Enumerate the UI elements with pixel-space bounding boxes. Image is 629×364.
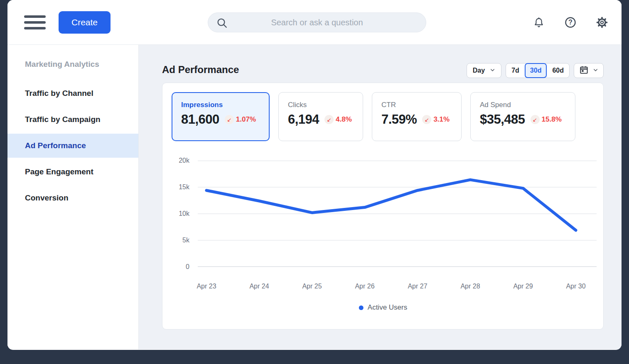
help-icon[interactable]: ? xyxy=(564,16,577,29)
search-input[interactable] xyxy=(208,13,426,32)
metric-card-ad-spend[interactable]: Ad Spend $35,485 ↙ 15.8% xyxy=(470,92,575,141)
metric-change: 3.1% xyxy=(433,115,450,124)
x-axis-tick: Apr 26 xyxy=(355,283,374,290)
trend-down-icon: ↙ xyxy=(422,115,431,124)
y-axis-tick: 0 xyxy=(164,263,189,271)
app-window: Create ? xyxy=(7,0,622,350)
metric-value: 6,194 xyxy=(288,112,319,127)
menu-icon[interactable] xyxy=(24,15,46,29)
metric-value: 81,600 xyxy=(181,112,219,127)
metric-label: Clicks xyxy=(288,101,354,109)
legend-dot-icon xyxy=(359,305,364,310)
metric-value: 7.59% xyxy=(381,112,417,127)
granularity-dropdown[interactable]: Day xyxy=(467,63,501,78)
range-7d-button[interactable]: 7d xyxy=(506,63,525,78)
y-axis-tick: 10k xyxy=(164,210,189,217)
metric-card-ctr[interactable]: CTR 7.59% ↙ 3.1% xyxy=(372,92,462,141)
search-bar[interactable] xyxy=(208,12,426,32)
x-axis-tick: Apr 27 xyxy=(408,283,427,290)
trend-down-icon: ↙ xyxy=(324,115,334,124)
topbar-icon-group: ? xyxy=(533,0,608,44)
sidebar-section-title: Marketing Analytics xyxy=(7,60,138,69)
chart-legend: Active Users xyxy=(359,303,407,312)
gear-icon[interactable] xyxy=(596,16,608,29)
ad-performance-panel: Impressions 81,600 ↙ 1.07% Clicks 6,1 xyxy=(162,83,604,330)
metric-label: CTR xyxy=(381,101,452,109)
legend-label: Active Users xyxy=(368,303,407,312)
metric-value: $35,485 xyxy=(480,112,525,127)
chevron-down-icon xyxy=(490,67,495,74)
metric-label: Ad Spend xyxy=(480,101,566,109)
sidebar: Marketing Analytics Traffic by Channel T… xyxy=(7,45,139,349)
metric-change: 1.07% xyxy=(236,115,256,124)
x-axis-tick: Apr 23 xyxy=(197,283,216,290)
search-icon xyxy=(216,17,228,31)
metric-change-badge: ↙ 3.1% xyxy=(422,115,450,124)
sidebar-item-traffic-by-campaign[interactable]: Traffic by Campaign xyxy=(7,107,138,132)
y-axis-tick: 5k xyxy=(164,237,189,244)
sidebar-item-page-engagement[interactable]: Page Engagement xyxy=(7,160,138,184)
granularity-label: Day xyxy=(473,67,485,74)
y-axis-tick: 15k xyxy=(164,183,189,191)
range-60d-button[interactable]: 60d xyxy=(547,63,569,78)
time-controls: Day 7d 30d 60d xyxy=(467,63,604,78)
sidebar-item-conversion[interactable]: Conversion xyxy=(7,186,138,210)
x-axis-tick: Apr 24 xyxy=(249,283,269,290)
trend-down-icon: ↙ xyxy=(531,115,540,124)
range-segmented-control: 7d 30d 60d xyxy=(506,63,570,78)
sidebar-item-traffic-by-channel[interactable]: Traffic by Channel xyxy=(7,81,138,105)
y-axis-tick: 20k xyxy=(164,157,189,164)
x-axis-tick: Apr 29 xyxy=(513,283,533,290)
svg-text:?: ? xyxy=(568,19,572,26)
top-bar: Create ? xyxy=(7,0,622,45)
metric-label: Impressions xyxy=(181,101,260,109)
metric-change-badge: ↙ 4.8% xyxy=(324,115,352,124)
chevron-down-icon xyxy=(593,67,598,74)
x-axis-tick: Apr 25 xyxy=(302,283,322,290)
x-axis-tick: Apr 30 xyxy=(566,283,585,290)
metric-change-badge: ↙ 15.8% xyxy=(531,115,562,124)
metric-card-impressions[interactable]: Impressions 81,600 ↙ 1.07% xyxy=(172,92,270,141)
metric-change: 4.8% xyxy=(336,115,352,124)
trend-down-icon: ↙ xyxy=(225,115,234,124)
bell-icon[interactable] xyxy=(533,16,545,29)
page-title: Ad Performance xyxy=(162,64,239,76)
line-chart: 20k 15k 10k 5k 0 Apr 23 Apr 24 Apr 25 Ap… xyxy=(198,161,597,267)
metric-cards: Impressions 81,600 ↙ 1.07% Clicks 6,1 xyxy=(172,92,575,141)
calendar-picker-button[interactable] xyxy=(574,63,604,78)
range-30d-button[interactable]: 30d xyxy=(525,63,547,78)
metric-change: 15.8% xyxy=(542,115,562,124)
metric-change-badge: ↙ 1.07% xyxy=(225,115,256,124)
create-button[interactable]: Create xyxy=(59,11,111,34)
x-axis-tick: Apr 28 xyxy=(460,283,480,290)
metric-card-clicks[interactable]: Clicks 6,194 ↙ 4.8% xyxy=(278,92,363,141)
calendar-icon xyxy=(579,65,589,76)
chart-plot-area xyxy=(198,161,597,267)
sidebar-item-ad-performance[interactable]: Ad Performance xyxy=(7,134,138,158)
main-content: Ad Performance Day 7d 30d 60d xyxy=(139,45,622,349)
